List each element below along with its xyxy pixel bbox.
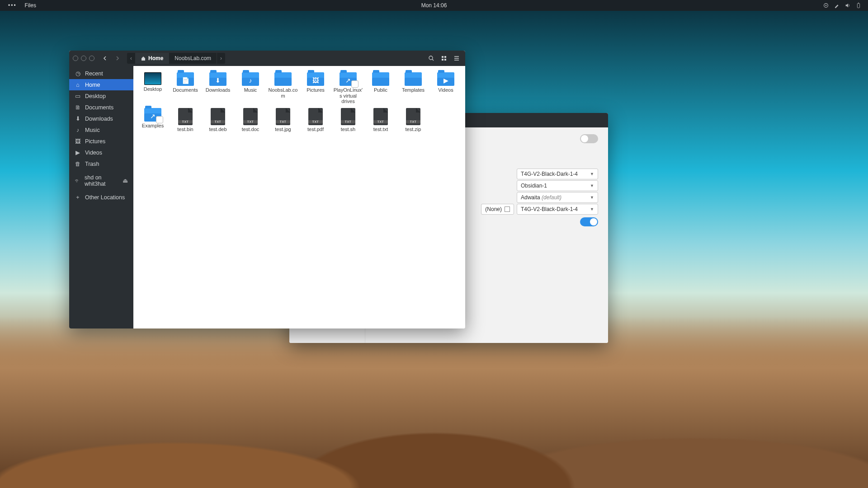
top-bar: ••• Files Mon 14:06 — [0, 0, 868, 11]
nav-back-button[interactable] — [100, 53, 110, 63]
sidebar-other-locations[interactable]: +Other Locations — [69, 192, 133, 203]
sidebar-item-recent[interactable]: ◷Recent — [69, 68, 133, 79]
files-content[interactable]: Desktop📄Documents⬇Downloads♪MusicNoobsLa… — [133, 66, 465, 328]
hamburger-button[interactable] — [452, 53, 462, 63]
folder-downloads[interactable]: ⬇Downloads — [202, 71, 234, 105]
item-label: Music — [244, 87, 257, 93]
gtk-combo[interactable]: T4G-V2-Black-Dark-1-4▼ — [517, 169, 598, 179]
item-label: test.txt — [373, 127, 388, 132]
item-label: Examples — [142, 123, 164, 129]
folder-icon: ↗ — [340, 72, 357, 86]
item-label: NoobsLab.com — [268, 87, 298, 99]
sidebar-item-pictures[interactable]: 🖼Pictures — [69, 136, 133, 147]
sidebar-network[interactable]: ᯤshd on whit3hat⏏ — [69, 175, 133, 186]
global-dark-switch[interactable] — [580, 134, 598, 143]
svg-rect-2 — [857, 4, 859, 8]
folder-pictures[interactable]: 🖼Pictures — [300, 71, 331, 105]
window-controls — [73, 56, 94, 61]
file-test-txt[interactable]: TXTtest.txt — [365, 107, 396, 133]
folder-desktop[interactable]: Desktop — [137, 71, 169, 105]
folder-noobslab-com[interactable]: NoobsLab.com — [267, 71, 299, 105]
anim-switch[interactable] — [580, 217, 598, 226]
view-grid-button[interactable] — [439, 53, 449, 63]
folder-public[interactable]: Public — [365, 71, 396, 105]
sidebar-item-music[interactable]: ♪Music — [69, 124, 133, 136]
eject-icon[interactable]: ⏏ — [123, 177, 128, 184]
brush-tray-icon[interactable] — [834, 2, 840, 9]
files-grid: Desktop📄Documents⬇Downloads♪MusicNoobsLa… — [137, 71, 462, 133]
clock[interactable]: Mon 14:06 — [421, 2, 447, 9]
folder-icon — [274, 72, 292, 86]
folder-music[interactable]: ♪Music — [235, 71, 266, 105]
sidebar-item-documents[interactable]: 🗎Documents — [69, 102, 133, 113]
item-label: Downloads — [206, 87, 230, 93]
sidebar-item-home[interactable]: ⌂Home — [69, 79, 133, 90]
item-label: test.bin — [177, 127, 193, 132]
shell-none-button[interactable]: (None) — [481, 204, 514, 215]
activities-icon[interactable]: ••• — [8, 2, 17, 9]
file-test-pdf[interactable]: TXTtest.pdf — [300, 107, 331, 133]
doc-icon: 🗎 — [75, 104, 81, 111]
svg-rect-8 — [444, 59, 446, 61]
file-test-deb[interactable]: TXTtest.deb — [202, 107, 234, 133]
sidebar-item-downloads[interactable]: ⬇Downloads — [69, 113, 133, 124]
path-next-icon[interactable]: › — [217, 55, 225, 61]
desktop-icon: ▭ — [75, 93, 81, 99]
cursor-combo[interactable]: Adwaita (default)▼ — [517, 192, 598, 203]
app-menu[interactable]: Files — [25, 2, 36, 9]
file-test-jpg[interactable]: TXTtest.jpg — [267, 107, 299, 133]
close-window-icon[interactable] — [73, 56, 78, 61]
folder-templates[interactable]: Templates — [397, 71, 429, 105]
file-icon: TXT — [373, 108, 388, 125]
nav-forward-button[interactable] — [113, 53, 123, 63]
item-label: test.sh — [341, 127, 355, 132]
file-icon: TXT — [276, 108, 290, 125]
icons-combo[interactable]: Obsidian-1▼ — [517, 180, 598, 191]
file-icon: TXT — [308, 108, 323, 125]
folder-examples[interactable]: ↗Examples — [137, 107, 169, 133]
maximize-window-icon[interactable] — [89, 56, 94, 61]
sidebar-item-label: Pictures — [85, 138, 105, 145]
shell-combo[interactable]: T4G-V2-Black-Dark-1-4▼ — [517, 204, 598, 215]
item-label: PlayOnLinux's virtual drives — [333, 87, 363, 104]
folder-playonlinux-s-virtual-drives[interactable]: ↗PlayOnLinux's virtual drives — [332, 71, 364, 105]
sidebar-item-label: Trash — [85, 161, 99, 167]
sidebar-item-label: Videos — [85, 150, 102, 156]
item-label: Public — [374, 87, 387, 93]
volume-tray-icon[interactable] — [844, 2, 851, 9]
file-icon: TXT — [211, 108, 225, 125]
item-label: test.doc — [242, 127, 259, 132]
home-icon — [141, 56, 146, 61]
item-label: Videos — [438, 87, 453, 93]
path-prev-icon[interactable]: ‹ — [127, 55, 135, 61]
file-test-zip[interactable]: TXTtest.zip — [397, 107, 429, 133]
file-test-sh[interactable]: TXTtest.sh — [332, 107, 364, 133]
svg-point-1 — [826, 5, 827, 6]
minimize-window-icon[interactable] — [81, 56, 86, 61]
svg-rect-6 — [444, 56, 446, 58]
files-headerbar[interactable]: ‹ Home NoobsLab.com › — [69, 51, 465, 66]
file-icon: TXT — [243, 108, 258, 125]
sidebar-item-videos[interactable]: ▶Videos — [69, 147, 133, 158]
file-test-bin[interactable]: TXTtest.bin — [170, 107, 201, 133]
file-test-doc[interactable]: TXTtest.doc — [235, 107, 266, 133]
search-button[interactable] — [426, 53, 436, 63]
folder-videos[interactable]: ▶Videos — [430, 71, 462, 105]
power-tray-icon[interactable] — [855, 2, 862, 9]
sidebar-item-label: Recent — [85, 70, 103, 77]
file-icon: TXT — [178, 108, 193, 125]
path-crumb[interactable]: NoobsLab.com — [169, 53, 217, 64]
pic-icon: 🖼 — [75, 138, 81, 145]
sidebar-item-label: Home — [85, 82, 100, 88]
settings-tray-icon[interactable] — [823, 2, 829, 9]
sidebar-item-desktop[interactable]: ▭Desktop — [69, 90, 133, 102]
item-label: Documents — [173, 87, 198, 93]
sidebar-item-trash[interactable]: 🗑Trash — [69, 158, 133, 169]
folder-documents[interactable]: 📄Documents — [170, 71, 201, 105]
path-home[interactable]: Home — [135, 53, 169, 64]
plus-icon: + — [75, 194, 81, 201]
sidebar-item-label: Music — [85, 127, 100, 133]
music-icon: ♪ — [75, 127, 81, 133]
sidebar-item-label: Other Locations — [85, 194, 125, 201]
sidebar-item-label: Documents — [85, 104, 113, 111]
